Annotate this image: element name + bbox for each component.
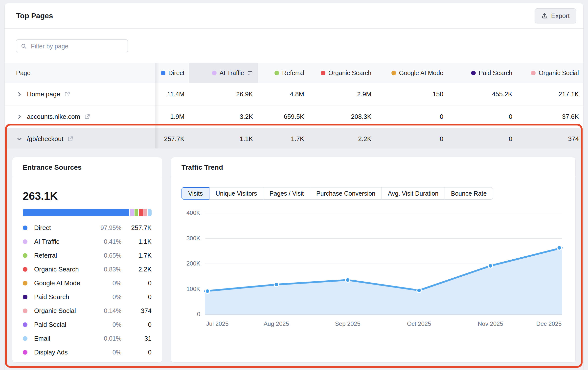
value-cell: 0: [376, 105, 448, 128]
value-cell: 257.7K: [151, 128, 189, 150]
source-color-dot: [23, 350, 27, 355]
x-axis-tick: Oct 2025: [407, 320, 431, 327]
source-row[interactable]: Google AI Mode0%0: [23, 276, 152, 290]
channel-color-dot: [321, 71, 325, 75]
source-value: 0: [121, 279, 152, 287]
column-header-ai-traffic[interactable]: AI Traffic: [189, 63, 258, 83]
value-cell: 0: [448, 105, 517, 128]
source-row[interactable]: Paid Social0%0: [23, 318, 152, 331]
chevron-right-icon[interactable]: [16, 113, 23, 120]
data-point[interactable]: [557, 246, 562, 250]
channel-label: AI Traffic: [220, 69, 244, 77]
value-cell: 3.2K: [189, 105, 258, 128]
column-header-direct[interactable]: Direct: [151, 63, 189, 83]
source-percent: 0.01%: [94, 335, 121, 342]
value-cell: 11.4M: [151, 83, 189, 105]
source-percent: 0%: [94, 321, 121, 328]
source-value: 257.7K: [121, 224, 152, 232]
external-link-icon[interactable]: [64, 91, 70, 97]
external-link-icon[interactable]: [68, 136, 73, 142]
pages-table: PageDirectAI TrafficReferralOrganic Sear…: [5, 63, 583, 150]
external-link-icon[interactable]: [84, 114, 90, 120]
source-value: 1.1K: [121, 238, 152, 246]
value-cell: 1.1K: [189, 128, 258, 150]
source-value: 0: [121, 349, 152, 356]
filter-input[interactable]: [30, 42, 123, 50]
source-row[interactable]: Organic Search0.83%2.2K: [23, 262, 152, 276]
page-name[interactable]: accounts.nike.com: [27, 113, 80, 121]
page-name[interactable]: Home page: [27, 90, 60, 98]
channel-color-dot: [274, 71, 279, 75]
export-icon: [541, 13, 548, 19]
chevron-down-icon[interactable]: [16, 136, 23, 142]
y-axis-tick: 0: [171, 311, 200, 318]
source-row[interactable]: Paid Search0%0: [23, 290, 152, 304]
bar-segment: [139, 209, 143, 216]
source-row[interactable]: Organic Social0.14%374: [23, 304, 152, 318]
source-row[interactable]: Display Ads0%0: [23, 345, 152, 359]
data-point[interactable]: [417, 288, 421, 293]
data-point[interactable]: [205, 289, 210, 293]
table-row[interactable]: accounts.nike.com1.9M3.2K659.5K208.3K003…: [5, 105, 583, 128]
channel-label: Direct: [168, 69, 184, 77]
value-cell: 1.7K: [258, 128, 309, 150]
source-label: Email: [34, 335, 94, 342]
filter-field[interactable]: [16, 39, 128, 53]
column-header-google-ai-mode[interactable]: Google AI Mode: [376, 63, 448, 83]
channel-color-dot: [161, 71, 165, 75]
source-percent: 0.83%: [94, 266, 121, 273]
y-axis-tick: 100K: [171, 286, 200, 292]
channel-label: Organic Search: [328, 69, 371, 77]
entrance-sources-total: 263.1K: [23, 190, 152, 202]
sources-list: Direct97.95%257.7KAI Traffic0.41%1.1KRef…: [23, 221, 152, 359]
value-cell: 2.2K: [309, 128, 376, 150]
source-percent: 0.14%: [94, 307, 121, 314]
source-percent: 0.41%: [94, 238, 121, 245]
traffic-trend-card: Traffic Trend VisitsUnique VisitorsPages…: [171, 157, 576, 363]
page-title: Top Pages: [16, 12, 53, 20]
value-cell: 659.5K: [258, 105, 309, 128]
column-header-paid-search[interactable]: Paid Search: [448, 63, 517, 83]
top-pages-panel: Top Pages Export PageDirectAI TrafficRef…: [0, 0, 588, 370]
column-header-page: Page: [5, 63, 151, 83]
column-header-referral[interactable]: Referral: [258, 63, 309, 83]
bar-segment: [143, 209, 147, 216]
table-row[interactable]: Home page11.4M26.9K4.8M2.9M150455.2K217.…: [5, 83, 583, 105]
source-label: Referral: [34, 252, 94, 259]
data-point[interactable]: [345, 278, 350, 282]
source-color-dot: [23, 308, 27, 313]
source-row[interactable]: Referral0.65%1.7K: [23, 248, 152, 262]
source-label: Paid Search: [34, 293, 94, 301]
expanded-row-details: Entrance Sources 263.1K Direct97.95%257.…: [5, 148, 583, 370]
entrance-sources-title: Entrance Sources: [12, 157, 162, 177]
value-cell: 374: [517, 128, 584, 150]
chevron-right-icon[interactable]: [16, 91, 23, 98]
value-cell: 455.2K: [448, 83, 517, 105]
tab-visits[interactable]: Visits: [181, 187, 209, 200]
source-row[interactable]: Email0.01%31: [23, 331, 152, 345]
source-label: Organic Social: [34, 307, 94, 315]
source-label: Paid Social: [34, 321, 94, 329]
source-row[interactable]: Direct97.95%257.7K: [23, 221, 152, 235]
channel-label: Google AI Mode: [399, 69, 443, 77]
source-value: 0: [121, 293, 152, 301]
source-color-dot: [23, 267, 27, 272]
column-header-organic-social[interactable]: Organic Social: [517, 63, 584, 83]
source-row[interactable]: AI Traffic0.41%1.1K: [23, 235, 152, 248]
sort-descending-icon[interactable]: [247, 70, 253, 76]
source-percent: 0.65%: [94, 252, 121, 259]
value-cell: 217.1K: [517, 83, 584, 105]
column-header-organic-search[interactable]: Organic Search: [309, 63, 376, 83]
page-cell: /gb/checkout: [5, 128, 151, 150]
source-color-dot: [23, 239, 27, 244]
value-cell: 1.9M: [151, 105, 189, 128]
source-percent: 97.95%: [94, 224, 121, 231]
area-fill: [205, 248, 562, 314]
page-name[interactable]: /gb/checkout: [27, 135, 63, 143]
channel-label: Referral: [282, 69, 304, 77]
export-button[interactable]: Export: [535, 8, 576, 23]
x-axis-tick: Jul 2025: [206, 320, 229, 327]
table-row[interactable]: /gb/checkout257.7K1.1K1.7K2.2K00374: [5, 128, 583, 150]
data-point[interactable]: [488, 264, 493, 268]
data-point[interactable]: [274, 282, 279, 287]
